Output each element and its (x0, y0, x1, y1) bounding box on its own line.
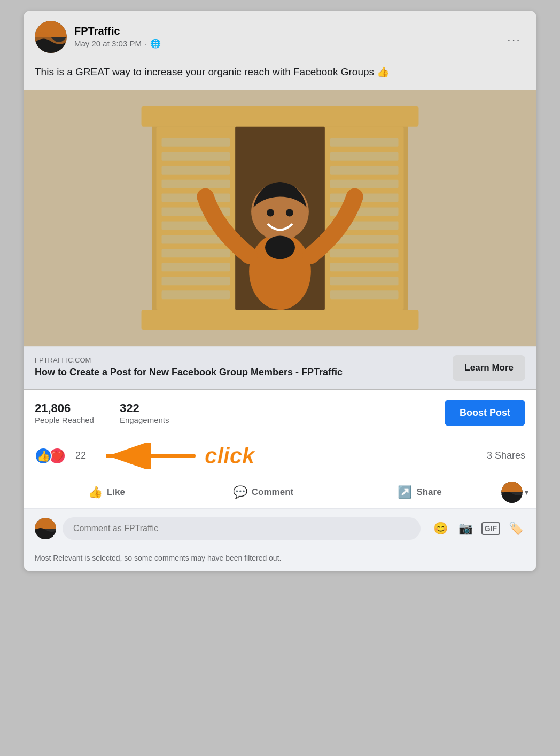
post-header-left: FPTraffic May 20 at 3:03 PM · 🌐 (35, 21, 161, 53)
link-preview-text: FPTRAFFIC.COM How to Create a Post for N… (35, 356, 343, 379)
learn-more-button[interactable]: Learn More (453, 355, 525, 381)
link-source: FPTRAFFIC.COM (35, 356, 343, 364)
like-button[interactable]: 👍 Like (29, 480, 184, 505)
like-reaction-icon: 👍 (35, 447, 52, 464)
boost-post-button[interactable]: Boost Post (445, 400, 525, 426)
sticker-button[interactable]: 🏷️ (507, 519, 525, 538)
chevron-down-icon: ▾ (525, 488, 528, 497)
engagements-label: Engagements (120, 415, 169, 424)
svg-rect-3 (142, 106, 419, 126)
post-text: This is a GREAT way to increase your org… (24, 60, 536, 90)
arrow-annotation: click (100, 443, 254, 469)
post-header: FPTraffic May 20 at 3:03 PM · 🌐 ... (24, 11, 536, 60)
link-title[interactable]: How to Create a Post for New Facebook Gr… (35, 366, 343, 379)
svg-rect-29 (330, 277, 399, 285)
engagements-count: 322 (120, 401, 169, 415)
post-card: FPTraffic May 20 at 3:03 PM · 🌐 ... This… (24, 11, 536, 571)
post-timestamp: May 20 at 3:03 PM · 🌐 (74, 38, 161, 49)
avatar-small (501, 482, 523, 503)
reactions-left: 👍 ❤️ 22 click (35, 443, 254, 469)
svg-rect-8 (161, 152, 230, 160)
svg-point-36 (265, 235, 295, 259)
globe-icon: 🌐 (150, 38, 161, 49)
svg-rect-19 (330, 138, 399, 146)
svg-rect-22 (330, 179, 399, 188)
reaction-icons[interactable]: 👍 ❤️ (35, 447, 66, 464)
people-reached-count: 21,806 (35, 401, 94, 415)
svg-rect-16 (161, 263, 230, 271)
like-icon: 👍 (88, 485, 103, 499)
action-buttons: 👍 Like 💬 Comment ↗️ Share ▾ (24, 476, 536, 508)
commenter-avatar (35, 518, 56, 539)
footer-text: Most Relevant is selected, so some comme… (24, 548, 536, 571)
svg-rect-23 (330, 193, 399, 202)
svg-point-35 (286, 209, 293, 216)
reactions-bar: 👍 ❤️ 22 click 3 Shares (24, 436, 536, 476)
people-reached-label: People Reached (35, 415, 94, 424)
svg-rect-27 (330, 249, 399, 257)
comment-input[interactable] (63, 517, 421, 540)
share-icon: ↗️ (398, 485, 412, 499)
svg-rect-11 (161, 193, 230, 202)
avatar[interactable] (35, 21, 67, 53)
click-annotation-text: click (205, 443, 254, 469)
svg-rect-4 (142, 310, 419, 330)
svg-rect-28 (330, 263, 399, 271)
arrow-icon (100, 443, 196, 469)
gif-button[interactable]: GIF (481, 522, 500, 535)
people-reached-stat: 21,806 People Reached (35, 401, 94, 424)
shares-count[interactable]: 3 Shares (487, 450, 525, 461)
share-button[interactable]: ↗️ Share (343, 480, 497, 505)
comment-button[interactable]: 💬 Comment (186, 480, 340, 505)
svg-rect-9 (161, 166, 230, 174)
svg-rect-7 (161, 138, 230, 146)
post-meta: FPTraffic May 20 at 3:03 PM · 🌐 (74, 25, 161, 49)
comment-icons: 😊 📷 GIF 🏷️ (431, 519, 525, 538)
photo-button[interactable]: 📷 (456, 519, 475, 538)
engagements-stat: 322 Engagements (120, 401, 169, 424)
post-image (24, 90, 536, 346)
stats-bar: 21,806 People Reached 322 Engagements Bo… (24, 389, 536, 436)
svg-rect-20 (330, 152, 399, 160)
svg-rect-10 (161, 179, 230, 188)
svg-rect-15 (161, 249, 230, 257)
reaction-count[interactable]: 22 (75, 450, 86, 461)
more-options-button[interactable]: ... (503, 27, 525, 46)
emoji-button[interactable]: 😊 (431, 519, 450, 538)
author-name[interactable]: FPTraffic (74, 25, 161, 37)
svg-rect-30 (330, 290, 399, 299)
comment-box: 😊 📷 GIF 🏷️ (24, 508, 536, 548)
svg-rect-21 (330, 166, 399, 174)
svg-rect-17 (161, 277, 230, 285)
comment-icon: 💬 (233, 485, 247, 499)
svg-rect-18 (161, 290, 230, 299)
post-as-dropdown[interactable]: ▾ (499, 479, 531, 505)
link-preview: FPTRAFFIC.COM How to Create a Post for N… (24, 346, 536, 389)
svg-point-34 (267, 209, 274, 216)
